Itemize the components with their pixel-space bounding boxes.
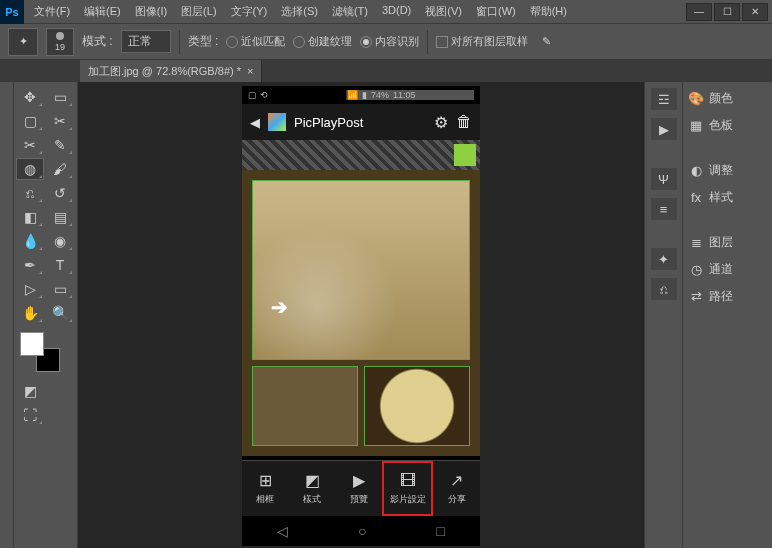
tab-preview[interactable]: ▶預覽 xyxy=(336,461,383,516)
zoom-tool[interactable]: 🔍 xyxy=(46,302,74,324)
tool-preset[interactable]: ✦ xyxy=(8,28,38,56)
artboard-tool[interactable]: ▭ xyxy=(46,86,74,108)
tab-style[interactable]: ◩樣式 xyxy=(289,461,336,516)
panel-adjustments[interactable]: ◐调整 xyxy=(685,160,770,181)
collage-top[interactable]: ➔ xyxy=(252,180,470,360)
gear-icon[interactable]: ⚙ xyxy=(434,113,448,132)
grid-icon: ⊞ xyxy=(259,471,272,490)
collage-bottom-right[interactable] xyxy=(364,366,470,446)
eyedropper-tool[interactable]: ✎ xyxy=(46,134,74,156)
android-nav-bar: ◁ ○ □ xyxy=(242,516,480,546)
menu-image[interactable]: 图像(I) xyxy=(129,1,173,22)
divider xyxy=(427,30,428,54)
photo-collage[interactable]: ➔ xyxy=(242,170,480,456)
history-brush-tool[interactable]: ↺ xyxy=(46,182,74,204)
collapsed-panels-strip: ☲ ▶ Ψ ≡ ✦ ⎌ xyxy=(645,82,683,548)
tab-share[interactable]: ↗分享 xyxy=(433,461,480,516)
adjust-icon: ◐ xyxy=(687,163,705,179)
lasso-tool[interactable]: ✂ xyxy=(46,110,74,132)
stamp-tool[interactable]: ⎌ xyxy=(16,182,44,204)
menu-filter[interactable]: 滤镜(T) xyxy=(326,1,374,22)
panel-paths[interactable]: ⇄路径 xyxy=(685,286,770,307)
status-icon: ▢ xyxy=(248,90,257,100)
app-header: ◀ PicPlayPost ⚙ 🗑 xyxy=(242,104,480,140)
quickmask-toggle[interactable]: ◩ xyxy=(16,380,44,402)
pen-tool[interactable]: ✒ xyxy=(16,254,44,276)
brush-tool[interactable]: 🖌 xyxy=(46,158,74,180)
tab-frame[interactable]: ⊞相框 xyxy=(242,461,289,516)
battery-text: 74% xyxy=(371,90,389,100)
menu-window[interactable]: 窗口(W) xyxy=(470,1,522,22)
type-tool[interactable]: T xyxy=(46,254,74,276)
nav-home-icon[interactable]: ○ xyxy=(358,523,366,539)
canvas-area[interactable]: ▢⟲ 📶 ▮ 74% 11:05 ◀ PicPlayPost ⚙ 🗑 ➔ xyxy=(78,82,644,548)
palette-icon: 🎨 xyxy=(687,91,705,107)
clone-panel-icon[interactable]: ⎌ xyxy=(651,278,677,300)
app-title: PicPlayPost xyxy=(294,115,363,130)
phone-status-bar: ▢⟲ 📶 ▮ 74% 11:05 xyxy=(242,86,480,104)
shape-tool[interactable]: ▭ xyxy=(46,278,74,300)
nav-recent-icon[interactable]: □ xyxy=(437,523,445,539)
pressure-icon[interactable]: ✎ xyxy=(542,35,551,48)
back-icon[interactable]: ◀ xyxy=(250,115,260,130)
screenmode-toggle[interactable]: ⛶ xyxy=(16,404,44,426)
type-label: 类型 : xyxy=(188,33,219,50)
swatches-icon: ▦ xyxy=(687,118,705,134)
canvas[interactable]: ▢⟲ 📶 ▮ 74% 11:05 ◀ PicPlayPost ⚙ 🗑 ➔ xyxy=(242,86,480,546)
properties-panel-icon[interactable]: ▶ xyxy=(651,118,677,140)
mode-label: 模式 : xyxy=(82,33,113,50)
foreground-color[interactable] xyxy=(20,332,44,356)
blur-tool[interactable]: 💧 xyxy=(16,230,44,252)
share-icon: ↗ xyxy=(450,471,463,490)
gradient-tool[interactable]: ▤ xyxy=(46,206,74,228)
layers-icon: ≣ xyxy=(687,235,705,251)
document-tab[interactable]: 加工图.jpg @ 72.8%(RGB/8#) * × xyxy=(80,60,262,82)
healing-brush-tool[interactable]: ◍ xyxy=(16,158,44,180)
window-close[interactable]: ✕ xyxy=(742,3,768,21)
marquee-tool[interactable]: ▢ xyxy=(16,110,44,132)
clock: 11:05 xyxy=(393,90,416,100)
para-panel-icon[interactable]: ≡ xyxy=(651,198,677,220)
move-tool[interactable]: ✥ xyxy=(16,86,44,108)
collage-bottom-left[interactable] xyxy=(252,366,358,446)
close-tab-icon[interactable]: × xyxy=(247,65,253,77)
brush-size-picker[interactable]: 19 xyxy=(46,28,74,56)
menu-text[interactable]: 文字(Y) xyxy=(225,1,274,22)
fx-icon: fx xyxy=(687,190,705,206)
char-panel-icon[interactable]: Ψ xyxy=(651,168,677,190)
history-panel-icon[interactable]: ☲ xyxy=(651,88,677,110)
play-icon: ▶ xyxy=(353,471,365,490)
menu-layer[interactable]: 图层(L) xyxy=(175,1,222,22)
sample-all-layers-checkbox[interactable]: 对所有图层取样 xyxy=(436,34,528,49)
color-swatches[interactable] xyxy=(20,332,60,372)
panel-styles[interactable]: fx样式 xyxy=(685,187,770,208)
right-dock: ☲ ▶ Ψ ≡ ✦ ⎌ 🎨颜色 ▦色板 ◐调整 fx样式 ≣图层 ◷通道 ⇄路径 xyxy=(644,82,772,548)
radio-create-texture[interactable]: 创建纹理 xyxy=(293,34,352,49)
menu-view[interactable]: 视图(V) xyxy=(419,1,468,22)
channels-icon: ◷ xyxy=(687,262,705,278)
panel-color[interactable]: 🎨颜色 xyxy=(685,88,770,109)
menu-select[interactable]: 选择(S) xyxy=(275,1,324,22)
menu-3d[interactable]: 3D(D) xyxy=(376,1,417,22)
panel-layers[interactable]: ≣图层 xyxy=(685,232,770,253)
dodge-tool[interactable]: ◉ xyxy=(46,230,74,252)
panel-channels[interactable]: ◷通道 xyxy=(685,259,770,280)
radio-content-aware[interactable]: 内容识别 xyxy=(360,34,419,49)
hand-tool[interactable]: ✋ xyxy=(16,302,44,324)
path-select-tool[interactable]: ▷ xyxy=(16,278,44,300)
brush-panel-icon[interactable]: ✦ xyxy=(651,248,677,270)
paths-icon: ⇄ xyxy=(687,289,705,305)
mode-select[interactable]: 正常 xyxy=(121,30,171,53)
menu-help[interactable]: 帮助(H) xyxy=(524,1,573,22)
window-minimize[interactable]: — xyxy=(686,3,712,21)
nav-back-icon[interactable]: ◁ xyxy=(277,523,288,539)
window-maximize[interactable]: ☐ xyxy=(714,3,740,21)
eraser-tool[interactable]: ◧ xyxy=(16,206,44,228)
menu-edit[interactable]: 编辑(E) xyxy=(78,1,127,22)
trash-icon[interactable]: 🗑 xyxy=(456,113,472,131)
crop-tool[interactable]: ✂ xyxy=(16,134,44,156)
menu-file[interactable]: 文件(F) xyxy=(28,1,76,22)
panel-swatches[interactable]: ▦色板 xyxy=(685,115,770,136)
radio-approx[interactable]: 近似匹配 xyxy=(226,34,285,49)
tab-video-settings[interactable]: 🎞影片設定 xyxy=(382,461,433,516)
